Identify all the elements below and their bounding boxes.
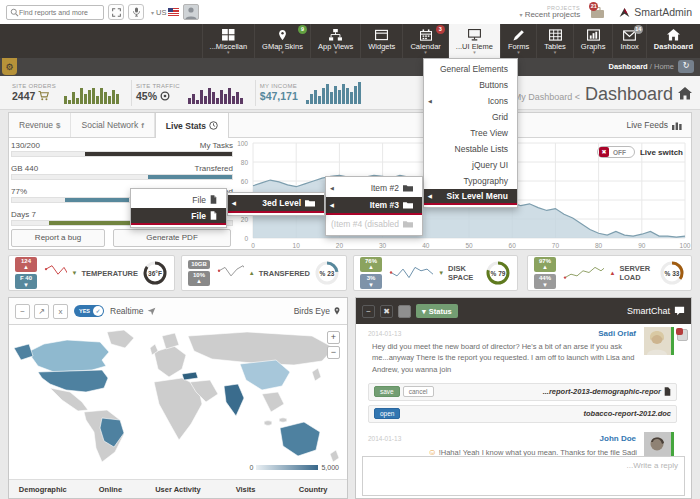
nav-badge: 9 (298, 25, 307, 34)
chevron-down-icon: ▼ (226, 51, 230, 55)
close-button[interactable]: ✖ (380, 305, 393, 318)
footer-tab-country[interactable]: Country (279, 485, 347, 494)
nav-item-app-views[interactable]: App Views ▼ (310, 24, 360, 58)
site-traffic-sparkline (188, 82, 243, 104)
menu-item-3[interactable]: ◀Item #3 (326, 197, 422, 215)
nav-item-ui-elements[interactable]: ...UI Eleme ▼ (448, 24, 500, 58)
menu-item-typography[interactable]: Typography (424, 173, 517, 189)
nav-item-gmap-skins[interactable]: 9 GMap Skins ▼ (254, 24, 310, 58)
svg-text:20: 20 (336, 242, 344, 249)
refresh-button[interactable]: ↻ (678, 60, 694, 73)
dollar-icon: $ (56, 121, 60, 130)
language-label: US (156, 8, 166, 17)
search-box[interactable] (6, 5, 104, 20)
nav-item-widgets[interactable]: Widgets ▼ (360, 24, 402, 58)
open-button[interactable]: open (374, 408, 400, 419)
brand-name: SmartAdmin (634, 6, 692, 18)
chevron-down-icon: ▾ (519, 12, 522, 18)
tab-social-network[interactable]: Social Networkf (71, 113, 154, 137)
chevron-down-icon: ▼ (553, 51, 557, 55)
scandinavia (162, 333, 179, 349)
generate-pdf-button[interactable]: Generate PDF (113, 229, 231, 247)
menu-item-2[interactable]: ◀Item #2 (326, 179, 422, 197)
status-dropdown-button[interactable]: ▾Status (416, 304, 458, 318)
europe (154, 346, 186, 377)
menu-item-grid[interactable]: Grid (424, 109, 517, 125)
nav-item-calendar[interactable]: 3 Calendar ▼ (402, 24, 447, 58)
svg-text:60: 60 (241, 178, 249, 185)
badge: 76% ▲ (360, 257, 382, 272)
tab-live-stats[interactable]: Live Stats (155, 113, 229, 138)
voice-command-button[interactable] (128, 4, 144, 20)
report-a-bug-button[interactable]: Report a bug (11, 229, 105, 247)
footer-tab-visits[interactable]: Visits (212, 485, 280, 494)
close-button[interactable]: x (53, 304, 68, 319)
tile-disk-space: 76% ▲ 3% ▼ ▼ DISK SPACE % 79 (353, 255, 518, 291)
svg-text:0: 0 (251, 242, 255, 249)
menu-item-six-level-menu[interactable]: ◀Six Level Menu (424, 189, 517, 205)
six-level-submenu: ◀Item #2 ◀Item #3 (Item #4 (disabled (325, 176, 423, 236)
user-avatar[interactable] (183, 4, 199, 20)
toggle-state: YES (79, 308, 90, 314)
legend-max: 5,000 (321, 464, 339, 471)
legend-min: 0 (250, 464, 254, 471)
fullscreen-button[interactable] (108, 4, 124, 20)
svg-text:90: 90 (638, 242, 646, 249)
map-footer-tabs: Demographic Online User Activity Visits … (9, 479, 347, 498)
projects-briefcase-button[interactable]: 21 (590, 5, 606, 19)
menu-item-file[interactable]: File (131, 191, 226, 208)
folder-icon (403, 184, 413, 192)
collapse-button[interactable]: − (15, 304, 30, 319)
live-switch-toggle[interactable]: ✖ OFF (597, 146, 635, 158)
menu-item-file-2[interactable]: File (131, 208, 226, 225)
panel-tabs: Revenue$ Social Networkf Live Stats Live… (9, 113, 691, 138)
projects-dropdown[interactable]: PROJECTS ▾ Recent projects (519, 5, 580, 20)
russia (188, 332, 334, 365)
menu-item-buttons[interactable]: Buttons (424, 77, 517, 93)
footer-tab-demographic[interactable]: Demographic (9, 485, 77, 494)
nav-item-dashboard[interactable]: Dashboard (646, 24, 700, 58)
stat-site-traffic: SITE TRAFFIC 45% (132, 80, 256, 106)
nav-item-tables[interactable]: Tables ▼ (536, 24, 573, 58)
fullscreen-icon (112, 8, 121, 17)
folder-icon (305, 199, 315, 207)
world-map[interactable] (12, 328, 344, 464)
reply-input[interactable] (363, 457, 684, 495)
menu-item-tree-view[interactable]: Tree View (424, 125, 517, 141)
nav-item-miscellaneous[interactable]: ...Miscellan ▼ (202, 24, 255, 58)
svg-text:60: 60 (509, 242, 517, 249)
footer-tab-user-activity[interactable]: User Activity (144, 485, 212, 494)
temperature-gauge: 36°F (142, 260, 168, 286)
cancel-button[interactable]: cancel (403, 386, 434, 397)
footer-tab-online[interactable]: Online (77, 485, 145, 494)
color-button[interactable] (398, 305, 411, 318)
close-icon: ✖ (383, 307, 390, 316)
menu-item-nestable-lists[interactable]: Nestable Lists (424, 141, 517, 157)
menu-item-jquery-ui[interactable]: jQuery UI (424, 157, 517, 173)
location-arrow-icon (147, 307, 156, 316)
submenu-left-caret-icon: ◀ (428, 193, 432, 199)
menu-item-3ed-level[interactable]: ◀3ed Level (228, 195, 324, 213)
map-zoom-out-button[interactable]: − (327, 346, 340, 359)
facebook-icon: f (141, 121, 144, 130)
expand-button[interactable]: ↗ (34, 304, 49, 319)
nav-item-forms[interactable]: Forms ▼ (500, 24, 536, 58)
search-input[interactable] (19, 9, 99, 16)
chevron-down-icon: ▼ (516, 51, 520, 55)
language-selector[interactable]: ▾ US (151, 8, 179, 17)
menu-item-general-elements[interactable]: General Elements (424, 61, 517, 77)
smartchat-title: SmartChat (627, 306, 670, 316)
nav-item-graphs[interactable]: Graphs ▼ (573, 24, 613, 58)
country-united-states (38, 370, 108, 392)
save-button[interactable]: save (374, 386, 400, 397)
tab-revenue[interactable]: Revenue$ (9, 113, 71, 137)
settings-gear-tab[interactable]: ⚙ (2, 58, 17, 75)
nav-item-inbox[interactable]: 14 Inbox (612, 24, 645, 58)
realtime-toggle[interactable]: YES ✓ (74, 305, 104, 317)
close-icon: x (59, 307, 63, 316)
minimize-button[interactable]: − (362, 305, 375, 318)
map-zoom-in-button[interactable]: + (327, 331, 340, 344)
folder-icon (403, 220, 413, 228)
menu-item-icons[interactable]: ◀Icons (424, 93, 517, 109)
main-nav: ...Miscellan ▼ 9 GMap Skins ▼ App Views … (0, 24, 700, 58)
